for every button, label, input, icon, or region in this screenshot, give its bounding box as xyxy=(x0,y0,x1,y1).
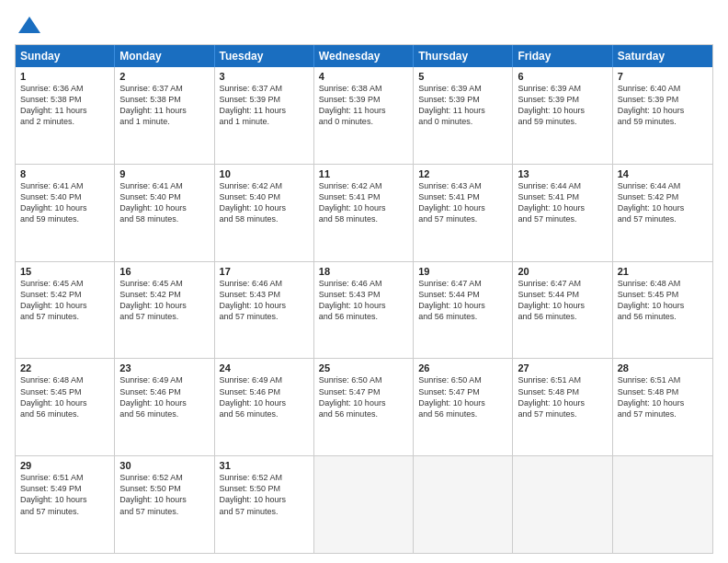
day-number: 29 xyxy=(20,460,109,471)
calendar-cell: 4Sunrise: 6:38 AM Sunset: 5:39 PM Daylig… xyxy=(314,67,414,164)
header xyxy=(15,9,713,39)
day-number: 31 xyxy=(220,460,309,471)
day-info: Sunrise: 6:50 AM Sunset: 5:47 PM Dayligh… xyxy=(319,374,408,419)
calendar-cell: 22Sunrise: 6:48 AM Sunset: 5:45 PM Dayli… xyxy=(16,359,115,455)
weekday-header-wednesday: Wednesday xyxy=(314,45,414,67)
calendar-cell xyxy=(314,456,414,553)
day-info: Sunrise: 6:45 AM Sunset: 5:42 PM Dayligh… xyxy=(119,278,209,323)
calendar-cell: 5Sunrise: 6:39 AM Sunset: 5:39 PM Daylig… xyxy=(414,67,513,164)
calendar-cell: 11Sunrise: 6:42 AM Sunset: 5:41 PM Dayli… xyxy=(314,165,414,261)
day-info: Sunrise: 6:50 AM Sunset: 5:47 PM Dayligh… xyxy=(418,374,507,419)
day-number: 20 xyxy=(518,266,607,277)
calendar-cell: 15Sunrise: 6:45 AM Sunset: 5:42 PM Dayli… xyxy=(16,262,115,359)
day-number: 5 xyxy=(418,71,507,82)
calendar-cell: 23Sunrise: 6:49 AM Sunset: 5:46 PM Dayli… xyxy=(115,359,214,455)
day-number: 30 xyxy=(119,460,209,471)
calendar-cell: 17Sunrise: 6:46 AM Sunset: 5:43 PM Dayli… xyxy=(215,262,314,359)
day-number: 13 xyxy=(518,168,607,179)
logo xyxy=(15,13,42,39)
day-number: 17 xyxy=(220,266,309,277)
calendar-row-0: 1Sunrise: 6:36 AM Sunset: 5:38 PM Daylig… xyxy=(16,67,712,164)
day-number: 14 xyxy=(618,168,708,179)
day-number: 21 xyxy=(618,266,708,277)
calendar-cell: 28Sunrise: 6:51 AM Sunset: 5:48 PM Dayli… xyxy=(613,359,712,455)
calendar-cell: 3Sunrise: 6:37 AM Sunset: 5:39 PM Daylig… xyxy=(215,67,314,164)
day-info: Sunrise: 6:48 AM Sunset: 5:45 PM Dayligh… xyxy=(20,374,109,419)
day-info: Sunrise: 6:48 AM Sunset: 5:45 PM Dayligh… xyxy=(618,278,708,323)
day-info: Sunrise: 6:42 AM Sunset: 5:41 PM Dayligh… xyxy=(319,180,408,225)
day-number: 2 xyxy=(119,71,209,82)
page: SundayMondayTuesdayWednesdayThursdayFrid… xyxy=(0,0,728,563)
day-info: Sunrise: 6:51 AM Sunset: 5:48 PM Dayligh… xyxy=(518,374,607,419)
calendar-cell: 24Sunrise: 6:49 AM Sunset: 5:46 PM Dayli… xyxy=(215,359,314,455)
calendar: SundayMondayTuesdayWednesdayThursdayFrid… xyxy=(15,44,713,554)
calendar-body: 1Sunrise: 6:36 AM Sunset: 5:38 PM Daylig… xyxy=(16,67,712,553)
calendar-cell xyxy=(613,456,712,553)
day-number: 8 xyxy=(20,168,109,179)
day-info: Sunrise: 6:47 AM Sunset: 5:44 PM Dayligh… xyxy=(418,278,507,323)
calendar-cell xyxy=(414,456,513,553)
day-number: 24 xyxy=(220,362,309,373)
weekday-header-saturday: Saturday xyxy=(613,45,712,67)
day-info: Sunrise: 6:39 AM Sunset: 5:39 PM Dayligh… xyxy=(518,83,607,128)
day-info: Sunrise: 6:42 AM Sunset: 5:40 PM Dayligh… xyxy=(220,180,309,225)
calendar-cell: 9Sunrise: 6:41 AM Sunset: 5:40 PM Daylig… xyxy=(115,165,214,261)
day-info: Sunrise: 6:39 AM Sunset: 5:39 PM Dayligh… xyxy=(418,83,507,128)
day-number: 28 xyxy=(618,362,708,373)
logo-icon xyxy=(17,13,42,39)
day-number: 12 xyxy=(418,168,507,179)
day-number: 10 xyxy=(220,168,309,179)
weekday-header-thursday: Thursday xyxy=(414,45,513,67)
calendar-cell: 13Sunrise: 6:44 AM Sunset: 5:41 PM Dayli… xyxy=(513,165,612,261)
weekday-header-sunday: Sunday xyxy=(16,45,115,67)
day-info: Sunrise: 6:44 AM Sunset: 5:42 PM Dayligh… xyxy=(618,180,708,225)
calendar-row-4: 29Sunrise: 6:51 AM Sunset: 5:49 PM Dayli… xyxy=(16,455,712,553)
day-number: 18 xyxy=(319,266,408,277)
calendar-cell: 18Sunrise: 6:46 AM Sunset: 5:43 PM Dayli… xyxy=(314,262,414,359)
day-number: 25 xyxy=(319,362,408,373)
calendar-cell: 6Sunrise: 6:39 AM Sunset: 5:39 PM Daylig… xyxy=(513,67,612,164)
calendar-cell: 25Sunrise: 6:50 AM Sunset: 5:47 PM Dayli… xyxy=(314,359,414,455)
day-info: Sunrise: 6:44 AM Sunset: 5:41 PM Dayligh… xyxy=(518,180,607,225)
day-info: Sunrise: 6:49 AM Sunset: 5:46 PM Dayligh… xyxy=(119,374,209,419)
day-number: 15 xyxy=(20,266,109,277)
calendar-row-3: 22Sunrise: 6:48 AM Sunset: 5:45 PM Dayli… xyxy=(16,358,712,455)
day-number: 9 xyxy=(119,168,209,179)
calendar-cell: 8Sunrise: 6:41 AM Sunset: 5:40 PM Daylig… xyxy=(16,165,115,261)
day-number: 19 xyxy=(418,266,507,277)
day-info: Sunrise: 6:37 AM Sunset: 5:38 PM Dayligh… xyxy=(119,83,209,128)
day-number: 7 xyxy=(618,71,708,82)
calendar-row-1: 8Sunrise: 6:41 AM Sunset: 5:40 PM Daylig… xyxy=(16,164,712,261)
day-number: 1 xyxy=(20,71,109,82)
weekday-header-tuesday: Tuesday xyxy=(215,45,314,67)
day-info: Sunrise: 6:40 AM Sunset: 5:39 PM Dayligh… xyxy=(618,83,708,128)
calendar-cell: 26Sunrise: 6:50 AM Sunset: 5:47 PM Dayli… xyxy=(414,359,513,455)
day-info: Sunrise: 6:46 AM Sunset: 5:43 PM Dayligh… xyxy=(220,278,309,323)
day-info: Sunrise: 6:49 AM Sunset: 5:46 PM Dayligh… xyxy=(220,374,309,419)
calendar-cell: 30Sunrise: 6:52 AM Sunset: 5:50 PM Dayli… xyxy=(115,456,214,553)
calendar-cell: 14Sunrise: 6:44 AM Sunset: 5:42 PM Dayli… xyxy=(613,165,712,261)
calendar-cell: 19Sunrise: 6:47 AM Sunset: 5:44 PM Dayli… xyxy=(414,262,513,359)
calendar-cell: 2Sunrise: 6:37 AM Sunset: 5:38 PM Daylig… xyxy=(115,67,214,164)
calendar-row-2: 15Sunrise: 6:45 AM Sunset: 5:42 PM Dayli… xyxy=(16,261,712,359)
calendar-cell xyxy=(513,456,612,553)
day-info: Sunrise: 6:51 AM Sunset: 5:49 PM Dayligh… xyxy=(20,472,109,517)
day-info: Sunrise: 6:43 AM Sunset: 5:41 PM Dayligh… xyxy=(418,180,507,225)
day-info: Sunrise: 6:51 AM Sunset: 5:48 PM Dayligh… xyxy=(618,374,708,419)
calendar-cell: 20Sunrise: 6:47 AM Sunset: 5:44 PM Dayli… xyxy=(513,262,612,359)
svg-marker-0 xyxy=(18,17,40,33)
weekday-header-monday: Monday xyxy=(115,45,214,67)
calendar-cell: 31Sunrise: 6:52 AM Sunset: 5:50 PM Dayli… xyxy=(215,456,314,553)
calendar-cell: 16Sunrise: 6:45 AM Sunset: 5:42 PM Dayli… xyxy=(115,262,214,359)
weekday-header-friday: Friday xyxy=(513,45,612,67)
calendar-header: SundayMondayTuesdayWednesdayThursdayFrid… xyxy=(16,45,712,67)
day-number: 23 xyxy=(119,362,209,373)
day-number: 16 xyxy=(119,266,209,277)
day-number: 4 xyxy=(319,71,408,82)
calendar-cell: 10Sunrise: 6:42 AM Sunset: 5:40 PM Dayli… xyxy=(215,165,314,261)
day-info: Sunrise: 6:52 AM Sunset: 5:50 PM Dayligh… xyxy=(119,472,209,517)
day-info: Sunrise: 6:45 AM Sunset: 5:42 PM Dayligh… xyxy=(20,278,109,323)
day-info: Sunrise: 6:36 AM Sunset: 5:38 PM Dayligh… xyxy=(20,83,109,128)
day-info: Sunrise: 6:47 AM Sunset: 5:44 PM Dayligh… xyxy=(518,278,607,323)
calendar-cell: 12Sunrise: 6:43 AM Sunset: 5:41 PM Dayli… xyxy=(414,165,513,261)
